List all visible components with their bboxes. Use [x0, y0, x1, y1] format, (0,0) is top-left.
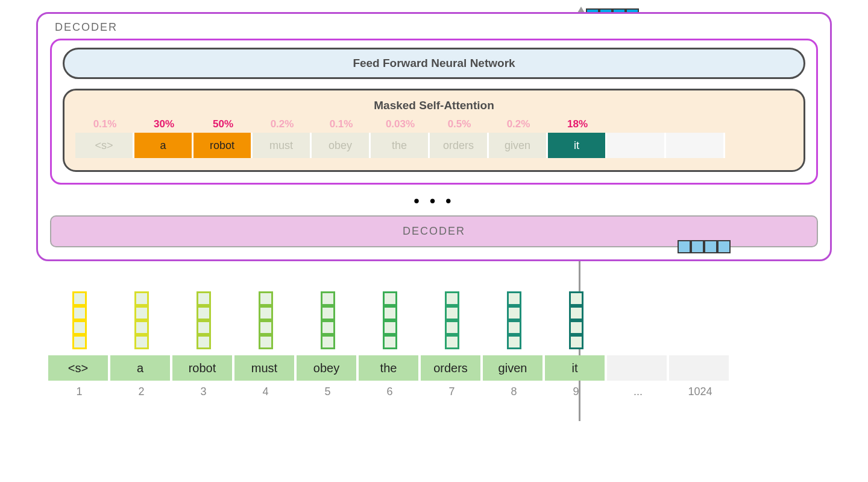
attn-token-empty: [607, 133, 666, 158]
attn-pct-4: 0.2%: [253, 118, 312, 130]
pos-6: 6: [359, 385, 421, 398]
embedding-vectors-row: [48, 291, 820, 349]
attn-token-2: a: [134, 133, 193, 158]
attn-pct-empty: -: [666, 118, 725, 130]
pos-5: 5: [297, 385, 359, 398]
embed-vec-5: [321, 291, 335, 349]
attn-pct-empty: -: [607, 118, 666, 130]
top-decoder-block: Feed Forward Neural Network Masked Self-…: [50, 39, 818, 185]
attn-token-8: given: [489, 133, 548, 158]
input-token-4: must: [234, 355, 297, 381]
decoder-stack-label: DECODER: [55, 21, 818, 34]
attn-pct-5: 0.1%: [312, 118, 371, 130]
pos-ellipsis: ...: [607, 385, 669, 398]
attn-token-9: it: [548, 133, 607, 158]
input-token-8: given: [483, 355, 545, 381]
attn-token-empty: [666, 133, 725, 158]
pos-2: 2: [110, 385, 172, 398]
input-token-empty: [607, 355, 669, 381]
attention-tokens-row: <s> a robot must obey the orders given i…: [75, 133, 793, 158]
embed-vec-9: [569, 291, 583, 349]
input-token-7: orders: [421, 355, 483, 381]
embed-vec-3: [197, 291, 211, 349]
embed-vec-8: [507, 291, 521, 349]
attn-pct-1: 0.1%: [75, 118, 134, 130]
input-token-2: a: [110, 355, 172, 381]
input-token-9: it: [545, 355, 607, 381]
attn-token-5: obey: [312, 133, 371, 158]
pos-1: 1: [48, 385, 110, 398]
pos-7: 7: [421, 385, 483, 398]
embed-vec-6: [383, 291, 397, 349]
feed-forward-layer: Feed Forward Neural Network: [63, 48, 805, 79]
pos-3: 3: [172, 385, 234, 398]
attn-pct-2: 30%: [134, 118, 193, 130]
intermediate-vector: [678, 240, 731, 253]
msa-title: Masked Self-Attention: [75, 99, 793, 112]
masked-self-attention-layer: Masked Self-Attention 0.1% 30% 50% 0.2% …: [63, 89, 805, 172]
pos-max: 1024: [669, 385, 731, 398]
attn-pct-9: 18%: [548, 118, 607, 130]
attn-token-7: orders: [430, 133, 489, 158]
position-indices-row: 1 2 3 4 5 6 7 8 9 ... 1024: [48, 385, 820, 398]
transformer-decoder-stack: DECODER Feed Forward Neural Network Mask…: [36, 12, 832, 261]
input-token-5: obey: [297, 355, 359, 381]
input-token-3: robot: [172, 355, 234, 381]
attn-token-3: robot: [193, 133, 253, 158]
embed-vec-2: [134, 291, 149, 349]
attn-token-6: the: [371, 133, 430, 158]
attn-token-1: <s>: [75, 133, 134, 158]
pos-4: 4: [234, 385, 297, 398]
attention-percentages-row: 0.1% 30% 50% 0.2% 0.1% 0.03% 0.5% 0.2% 1…: [75, 118, 793, 130]
embed-vec-1: [72, 291, 87, 349]
attn-token-4: must: [253, 133, 312, 158]
ellipsis-layers: • • •: [50, 192, 818, 211]
attn-pct-6: 0.03%: [371, 118, 430, 130]
pos-8: 8: [483, 385, 545, 398]
input-token-6: the: [359, 355, 421, 381]
pos-9: 9: [545, 385, 607, 398]
attn-pct-7: 0.5%: [430, 118, 489, 130]
input-tokens-row: <s> a robot must obey the orders given i…: [48, 355, 820, 381]
input-token-empty: [669, 355, 731, 381]
attn-pct-8: 0.2%: [489, 118, 548, 130]
input-embeddings-section: <s> a robot must obey the orders given i…: [36, 291, 832, 398]
input-token-1: <s>: [48, 355, 110, 381]
embed-vec-7: [445, 291, 459, 349]
attn-pct-3: 50%: [193, 118, 253, 130]
embed-vec-4: [259, 291, 273, 349]
